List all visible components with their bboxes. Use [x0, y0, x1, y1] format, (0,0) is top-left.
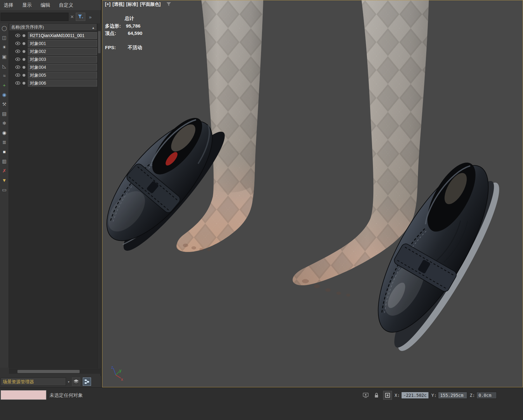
display-hidden-eye-icon[interactable]: ◉ — [2, 130, 7, 136]
search-row: × » — [1, 12, 100, 22]
viewport-style-menu[interactable]: [平面颜色] — [140, 2, 160, 8]
display-materials-icon[interactable]: ⚒ — [2, 101, 7, 107]
menu-select[interactable]: 选择 — [4, 2, 13, 8]
visibility-eye-icon[interactable] — [15, 42, 20, 45]
vertical-scrollbar-thumb[interactable] — [98, 31, 101, 53]
stats-total-label: 总计 — [125, 16, 134, 22]
object-row[interactable]: 对象002 — [9, 48, 97, 55]
visibility-eye-icon[interactable] — [15, 57, 20, 61]
x-value-input[interactable]: -221.502c — [401, 392, 429, 399]
selection-set-icon[interactable]: ■ — [2, 149, 7, 155]
object-type-dot-icon[interactable] — [23, 82, 25, 85]
object-type-dot-icon[interactable] — [23, 58, 25, 61]
z-label: Z: — [470, 393, 475, 398]
object-row[interactable]: R2T1QianXiaMd10011_001 — [9, 32, 97, 39]
vertical-scrollbar[interactable] — [97, 23, 101, 368]
isolate-selection-icon — [363, 392, 369, 398]
object-name-cell[interactable]: 对象004 — [28, 64, 97, 71]
axis-z-label: z — [111, 365, 113, 370]
object-row[interactable]: 对象005 — [9, 71, 97, 79]
explorer-title[interactable]: 场景资源管理器 — [1, 378, 66, 386]
object-type-dot-icon[interactable] — [23, 42, 25, 45]
horizontal-scrollbar[interactable] — [9, 369, 101, 374]
name-column-header-label: 名称(按升序排序) — [11, 25, 44, 29]
maxscript-mini-listener[interactable] — [1, 390, 46, 400]
more-tools-chevron[interactable]: » — [89, 14, 92, 20]
stats-fps-value: 不活动 — [128, 45, 142, 51]
search-filter-button[interactable] — [76, 13, 85, 21]
visibility-eye-icon[interactable] — [15, 81, 20, 85]
perspective-viewport[interactable]: [+] [透视] [标准] [平面颜色] 总计 多边形: 95,786 顶点: … — [102, 0, 523, 387]
absolute-mode-icon — [385, 393, 390, 398]
object-name-cell[interactable]: 对象003 — [28, 56, 97, 63]
layers-icon — [74, 379, 79, 384]
display-geometry-icon[interactable]: ◫ — [2, 35, 7, 41]
visibility-eye-icon[interactable] — [15, 65, 20, 69]
viewport-general-menu[interactable]: [+] — [105, 2, 111, 8]
object-name-cell[interactable]: R2T1QianXiaMd10011_001 — [28, 32, 97, 39]
viewport-shading-menu[interactable]: [标准] — [126, 2, 138, 8]
visibility-eye-icon[interactable] — [15, 34, 20, 37]
explorer-side-toolbar: ◯ ◫ ☀ ▣ ◺ ≈ + ◉ ⚒ ▤ ❄ ◉ ≣ ■ ▥ ✗ ▼ ▭ — [0, 23, 9, 368]
object-row[interactable]: 对象004 — [9, 63, 97, 71]
sort-ascending-icon[interactable]: ▲ — [92, 24, 95, 31]
stats-fps-label: FPS: — [105, 45, 116, 50]
display-spacewarps-icon[interactable]: ≈ — [2, 73, 7, 79]
absolute-mode-toggle[interactable] — [383, 391, 392, 400]
display-lights-icon[interactable]: ☀ — [2, 44, 7, 50]
display-bones-icon[interactable]: + — [2, 82, 7, 88]
stats-polygons-value: 95,786 — [126, 23, 141, 29]
visibility-eye-icon[interactable] — [15, 73, 20, 77]
display-influences-icon[interactable]: ◯ — [2, 25, 7, 31]
object-row[interactable]: 对象003 — [9, 55, 97, 63]
display-cameras-icon[interactable]: ▣ — [2, 54, 7, 60]
funnel-dropdown-icon — [78, 14, 83, 19]
clear-search-icon[interactable]: × — [70, 14, 74, 20]
lock-icon — [374, 392, 379, 398]
3dsmax-window: 选择 显示 编辑 自定义 × » ◯ ◫ ☀ ▣ ◺ ≈ + ◉ — [0, 0, 523, 420]
search-input[interactable] — [1, 13, 69, 21]
explorer-title-caret-icon[interactable]: ▾ — [68, 380, 69, 384]
name-column-header[interactable]: 名称(按升序排序) ▲ — [9, 23, 97, 31]
coordinate-y: Y: 155.295cm — [431, 392, 467, 399]
display-helpers-icon[interactable]: ◉ — [2, 92, 7, 98]
object-type-dot-icon[interactable] — [23, 50, 25, 53]
horizontal-scrollbar-thumb[interactable] — [17, 370, 80, 373]
object-name-cell[interactable]: 对象006 — [28, 80, 97, 87]
clear-filter-icon[interactable]: ✗ — [2, 168, 7, 174]
stats-vertices-label: 顶点: — [105, 30, 116, 36]
axis-x-label: x — [121, 377, 123, 381]
object-row[interactable]: 对象006 — [9, 79, 97, 87]
viewport-filter-funnel-icon[interactable] — [166, 2, 171, 8]
isolate-selection-button[interactable] — [362, 391, 370, 399]
3d-scene-canvas[interactable] — [102, 0, 523, 387]
folder-icon[interactable]: ▭ — [2, 187, 7, 193]
display-containers-icon[interactable]: ▤ — [2, 111, 7, 117]
filter-funnel-icon[interactable]: ▼ — [2, 178, 7, 183]
object-type-dot-icon[interactable] — [23, 74, 25, 77]
visibility-eye-icon[interactable] — [15, 49, 20, 53]
transform-type-in-area: X: -221.502c Y: 155.295cm Z: 0.0cm — [362, 391, 497, 400]
object-row[interactable]: 对象001 — [9, 40, 97, 47]
layer-explorer-button[interactable] — [72, 378, 80, 386]
scene-explorer-toggle-button[interactable] — [83, 378, 91, 386]
selection-prompt: 未选定任何对象 — [49, 392, 83, 398]
status-bar: 未选定任何对象 — [0, 387, 523, 420]
property-list-icon[interactable]: ≣ — [2, 139, 7, 145]
object-name-cell[interactable]: 对象001 — [28, 40, 97, 47]
object-type-dot-icon[interactable] — [23, 66, 25, 69]
selection-lock-button[interactable] — [372, 391, 381, 399]
object-name-cell[interactable]: 对象005 — [28, 72, 97, 79]
menu-display[interactable]: 显示 — [22, 2, 32, 8]
viewport-pov-menu[interactable]: [透视] — [113, 2, 124, 8]
object-type-dot-icon[interactable] — [23, 34, 25, 37]
display-shapes-icon[interactable]: ◺ — [2, 63, 7, 69]
object-name-cell[interactable]: 对象002 — [28, 48, 97, 55]
y-value-input[interactable]: 155.295cm — [438, 392, 467, 399]
menu-customize[interactable]: 自定义 — [59, 2, 73, 8]
coordinate-z: Z: 0.0cm — [470, 392, 497, 399]
menu-edit[interactable]: 编辑 — [41, 2, 50, 8]
display-frozen-icon[interactable]: ❄ — [2, 120, 7, 126]
notes-icon[interactable]: ▥ — [2, 158, 7, 164]
z-value-input[interactable]: 0.0cm — [476, 392, 497, 399]
